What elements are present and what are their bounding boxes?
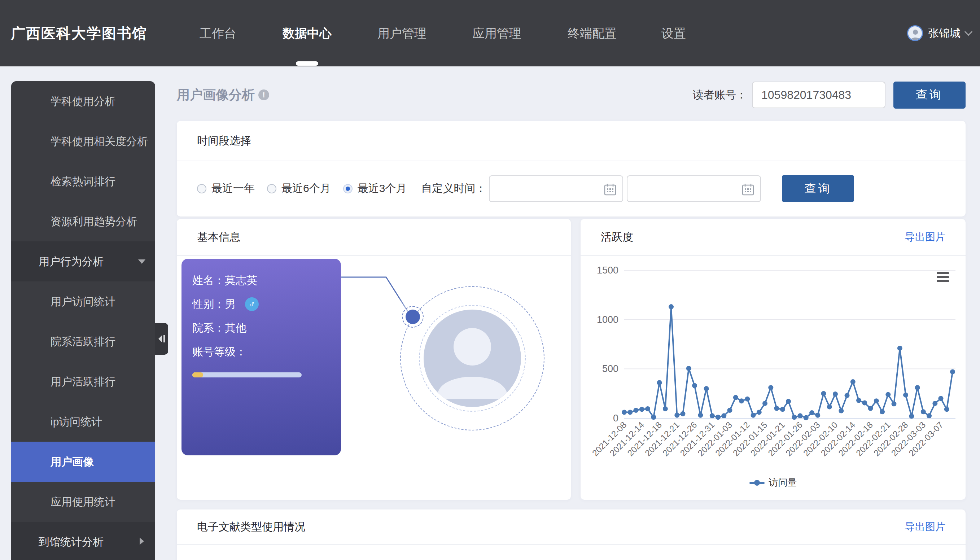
page-title: 用户画像分析 ! <box>177 86 269 104</box>
nav-tab-data-center[interactable]: 数据中心 <box>283 0 332 67</box>
sidebar-item-user-activity-ranking[interactable]: 用户活跃排行 <box>11 362 155 402</box>
svg-text:0: 0 <box>613 413 618 423</box>
top-navigation-bar: 广西医科大学图书馆 工作台 数据中心 用户管理 应用管理 终端配置 设置 张锦城 <box>0 0 980 67</box>
sidebar-item-hot-search-ranking[interactable]: 检索热词排行 <box>11 161 155 201</box>
sidebar-item-app-usage-stats[interactable]: 应用使用统计 <box>11 482 155 522</box>
reader-account-label: 读者账号： <box>693 88 747 102</box>
svg-text:1000: 1000 <box>597 314 618 325</box>
chart-legend[interactable]: 访问量 <box>580 476 965 489</box>
chevron-down-icon <box>965 28 973 36</box>
person-silhouette-icon <box>423 310 521 407</box>
svg-text:1500: 1500 <box>597 265 618 276</box>
user-avatar <box>907 25 923 41</box>
radio-last-3-months[interactable] <box>343 184 353 193</box>
sidebar-item-department-ranking[interactable]: 院系活跃排行 <box>11 322 155 362</box>
person-icon <box>910 28 921 41</box>
level-progress-fill <box>192 372 203 377</box>
svg-text:500: 500 <box>602 363 618 374</box>
activity-card: 活跃度 导出图片 0500100015002021-12-082021-12-1… <box>580 219 965 500</box>
nav-tab-terminal-config[interactable]: 终端配置 <box>568 0 617 67</box>
reader-account-input[interactable] <box>752 82 885 108</box>
nav-tab-workbench[interactable]: 工作台 <box>200 0 236 67</box>
calendar-icon <box>742 183 755 196</box>
sidebar-menu: 学科使用分析 学科使用相关度分析 检索热词排行 资源利用趋势分析 用户行为分析 … <box>11 81 155 560</box>
sidebar-item-ip-stats[interactable]: ip访问统计 <box>11 402 155 442</box>
user-menu[interactable]: 张锦城 <box>907 0 971 67</box>
user-department: 其他 <box>225 321 247 335</box>
export-image-link[interactable]: 导出图片 <box>905 219 945 255</box>
page-header-row: 用户画像分析 ! 读者账号： 查询 <box>177 81 965 108</box>
reader-query-group: 读者账号： 查询 <box>693 82 965 108</box>
account-level-progress <box>192 372 302 377</box>
name-row: 姓名：莫志英 <box>192 273 257 288</box>
time-query-button[interactable]: 查询 <box>782 175 854 202</box>
legend-label: 访问量 <box>769 476 797 489</box>
active-tab-indicator <box>296 61 318 66</box>
sidebar-item-subject-relevance[interactable]: 学科使用相关度分析 <box>11 121 155 161</box>
radio-last-year-label[interactable]: 最近一年 <box>212 181 255 196</box>
user-profile-panel: 姓名：莫志英 性别：男 ♂ 院系：其他 账号等级： <box>182 259 341 455</box>
export-image-link[interactable]: 导出图片 <box>905 510 945 544</box>
radio-last-6-months[interactable] <box>267 184 277 193</box>
end-date-input[interactable] <box>627 175 761 202</box>
collapse-icon <box>158 334 166 343</box>
brand-title: 广西医科大学图书馆 <box>11 0 147 67</box>
sidebar-item-user-visit-stats[interactable]: 用户访问统计 <box>11 282 155 322</box>
nav-tab-settings[interactable]: 设置 <box>662 0 686 67</box>
nav-tab-user-management[interactable]: 用户管理 <box>377 0 427 67</box>
radio-last-6-months-label[interactable]: 最近6个月 <box>282 181 331 196</box>
time-range-card: 时间段选择 最近一年 最近6个月 最近3个月 自定义时间： <box>177 121 965 217</box>
query-button[interactable]: 查询 <box>893 82 965 108</box>
caret-down-icon <box>138 260 145 264</box>
user-name: 张锦城 <box>928 26 960 41</box>
legend-line-marker <box>750 480 765 486</box>
custom-time-label: 自定义时间： <box>421 181 486 196</box>
basic-card-title: 基本信息 <box>197 219 240 255</box>
chart-menu-icon[interactable] <box>937 272 949 282</box>
document-card-title: 电子文献类型使用情况 <box>197 510 305 544</box>
avatar <box>423 310 521 407</box>
male-icon: ♂ <box>245 297 259 311</box>
gender-row: 性别：男 ♂ <box>192 297 259 312</box>
sidebar-group-user-behavior[interactable]: 用户行为分析 <box>11 242 155 282</box>
nav-tab-app-management[interactable]: 应用管理 <box>472 0 522 67</box>
start-date-input[interactable] <box>489 175 623 202</box>
user-real-name: 莫志英 <box>225 273 257 288</box>
sidebar-group-library-visit-stats[interactable]: 到馆统计分析 <box>11 522 155 560</box>
account-level-row: 账号等级： <box>192 345 247 359</box>
basic-info-card: 基本信息 姓名：莫志英 性别：男 ♂ 院系：其他 账号等级： <box>177 219 571 500</box>
radio-last-3-months-label[interactable]: 最近3个月 <box>358 181 407 196</box>
sidebar-item-user-portrait[interactable]: 用户画像 <box>11 442 155 482</box>
activity-card-title: 活跃度 <box>601 219 633 255</box>
radio-last-year[interactable] <box>197 184 207 193</box>
user-gender: 男 <box>225 297 236 312</box>
department-row: 院系：其他 <box>192 321 247 335</box>
sidebar-item-subject-usage[interactable]: 学科使用分析 <box>11 81 155 121</box>
connector-node-dot <box>405 310 420 324</box>
sidebar-collapse-toggle[interactable] <box>155 323 168 355</box>
calendar-icon <box>604 183 617 196</box>
activity-line-chart: 0500100015002021-12-082021-12-142021-12-… <box>580 219 965 500</box>
document-type-card: 电子文献类型使用情况 导出图片 <box>177 510 965 560</box>
time-range-controls: 最近一年 最近6个月 最近3个月 自定义时间： <box>197 160 951 217</box>
info-icon[interactable]: ! <box>258 90 269 100</box>
time-card-title: 时间段选择 <box>197 121 251 160</box>
sidebar-item-resource-trend[interactable]: 资源利用趋势分析 <box>11 201 155 242</box>
caret-right-icon <box>140 538 144 545</box>
